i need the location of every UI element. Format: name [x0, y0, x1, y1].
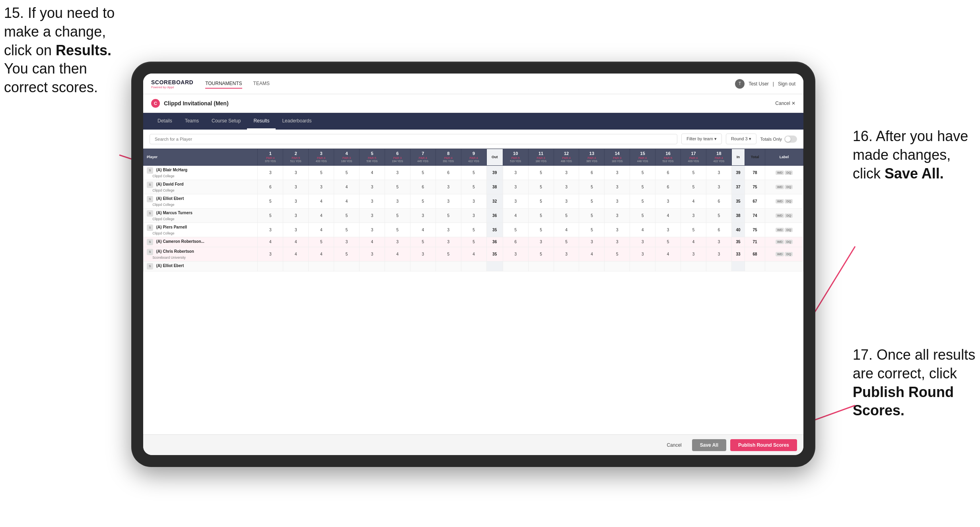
score-h12[interactable]: 3 [554, 247, 579, 261]
score-h14[interactable]: 3 [605, 237, 630, 247]
score-h6[interactable]: 4 [385, 247, 410, 261]
score-h15[interactable]: 5 [630, 208, 655, 223]
score-h2[interactable]: 3 [283, 165, 309, 180]
score-h13[interactable]: 5 [579, 194, 605, 208]
score-h9[interactable]: 3 [461, 194, 486, 208]
tab-leaderboards[interactable]: Leaderboards [276, 113, 318, 130]
score-h6[interactable]: 5 [385, 180, 410, 194]
score-h1[interactable] [258, 261, 283, 271]
totals-toggle-switch[interactable] [784, 136, 797, 143]
score-h11[interactable] [528, 261, 554, 271]
score-h2[interactable]: 3 [283, 180, 309, 194]
score-h5[interactable]: 3 [360, 194, 385, 208]
score-h11[interactable]: 5 [528, 194, 554, 208]
score-h8[interactable]: 3 [436, 223, 461, 237]
tab-results[interactable]: Results [247, 113, 276, 130]
score-h8[interactable]: 3 [436, 180, 461, 194]
score-h2[interactable]: 3 [283, 223, 309, 237]
score-h3[interactable]: 4 [309, 208, 334, 223]
score-h4[interactable]: 5 [334, 165, 360, 180]
score-h3[interactable]: 3 [309, 180, 334, 194]
score-h18[interactable]: 3 [706, 180, 732, 194]
score-h14[interactable]: 3 [605, 180, 630, 194]
score-h9[interactable]: 5 [461, 237, 486, 247]
score-h9[interactable] [461, 261, 486, 271]
label-wd[interactable]: WD [776, 199, 784, 203]
footer-cancel-btn[interactable]: Cancel [660, 439, 688, 451]
score-h15[interactable]: 5 [630, 194, 655, 208]
score-h5[interactable]: 3 [360, 247, 385, 261]
score-h3[interactable]: 4 [309, 247, 334, 261]
score-h14[interactable]: 3 [605, 223, 630, 237]
label-dq[interactable]: DQ [785, 252, 793, 256]
score-h8[interactable]: 3 [436, 237, 461, 247]
score-h11[interactable]: 5 [528, 208, 554, 223]
publish-round-scores-btn[interactable]: Publish Round Scores [730, 439, 797, 451]
nav-link-teams[interactable]: TEAMS [253, 79, 270, 89]
filter-team-btn[interactable]: Filter by team ▾ [681, 134, 722, 144]
score-h13[interactable] [579, 261, 605, 271]
score-h17[interactable]: 3 [681, 247, 706, 261]
score-h1[interactable]: 5 [258, 194, 283, 208]
score-h12[interactable]: 4 [554, 223, 579, 237]
score-h13[interactable]: 5 [579, 180, 605, 194]
score-h14[interactable]: 3 [605, 208, 630, 223]
score-h5[interactable]: 3 [360, 180, 385, 194]
score-h15[interactable]: 5 [630, 165, 655, 180]
score-h1[interactable]: 3 [258, 165, 283, 180]
score-h1[interactable]: 3 [258, 247, 283, 261]
score-h5[interactable]: 3 [360, 223, 385, 237]
score-h17[interactable]: 5 [681, 180, 706, 194]
score-h6[interactable]: 5 [385, 223, 410, 237]
score-h3[interactable]: 4 [309, 223, 334, 237]
round-select-btn[interactable]: Round 3 ▾ [726, 134, 756, 144]
score-h13[interactable]: 3 [579, 237, 605, 247]
label-wd[interactable]: WD [776, 185, 784, 189]
score-h10[interactable]: 3 [503, 194, 528, 208]
score-h16[interactable]: 5 [655, 237, 681, 247]
score-h15[interactable]: 5 [630, 180, 655, 194]
score-h14[interactable]: 3 [605, 194, 630, 208]
score-h11[interactable]: 5 [528, 180, 554, 194]
score-h1[interactable]: 4 [258, 237, 283, 247]
score-h4[interactable]: 5 [334, 208, 360, 223]
score-h1[interactable]: 5 [258, 208, 283, 223]
score-h16[interactable]: 4 [655, 208, 681, 223]
score-h13[interactable]: 6 [579, 165, 605, 180]
score-h6[interactable]: 5 [385, 208, 410, 223]
score-h1[interactable]: 3 [258, 223, 283, 237]
score-h7[interactable] [410, 261, 436, 271]
label-dq[interactable]: DQ [785, 199, 793, 203]
score-h10[interactable]: 3 [503, 165, 528, 180]
score-h1[interactable]: 6 [258, 180, 283, 194]
score-h7[interactable]: 4 [410, 223, 436, 237]
score-h11[interactable]: 5 [528, 223, 554, 237]
score-h16[interactable]: 4 [655, 247, 681, 261]
tab-course-setup[interactable]: Course Setup [205, 113, 247, 130]
tab-details[interactable]: Details [151, 113, 179, 130]
score-h12[interactable]: 3 [554, 194, 579, 208]
save-all-btn[interactable]: Save All [692, 439, 726, 451]
score-h15[interactable] [630, 261, 655, 271]
label-dq[interactable]: DQ [785, 185, 793, 189]
score-h10[interactable]: 3 [503, 247, 528, 261]
nav-link-tournaments[interactable]: TOURNAMENTS [205, 79, 242, 89]
label-dq[interactable]: DQ [785, 228, 793, 232]
score-h9[interactable]: 5 [461, 180, 486, 194]
score-h13[interactable]: 5 [579, 223, 605, 237]
score-h10[interactable]: 3 [503, 180, 528, 194]
cancel-tournament-btn[interactable]: Cancel ✕ [775, 101, 795, 106]
score-h5[interactable]: 4 [360, 165, 385, 180]
score-h18[interactable] [706, 261, 732, 271]
score-h2[interactable] [283, 261, 309, 271]
score-h17[interactable]: 5 [681, 223, 706, 237]
score-h2[interactable]: 4 [283, 247, 309, 261]
score-h10[interactable]: 4 [503, 208, 528, 223]
score-h5[interactable]: 4 [360, 237, 385, 247]
label-wd[interactable]: WD [776, 228, 784, 232]
score-h18[interactable]: 6 [706, 194, 732, 208]
score-h10[interactable] [503, 261, 528, 271]
label-dq[interactable]: DQ [785, 213, 793, 218]
score-h11[interactable]: 3 [528, 237, 554, 247]
score-h7[interactable]: 3 [410, 208, 436, 223]
